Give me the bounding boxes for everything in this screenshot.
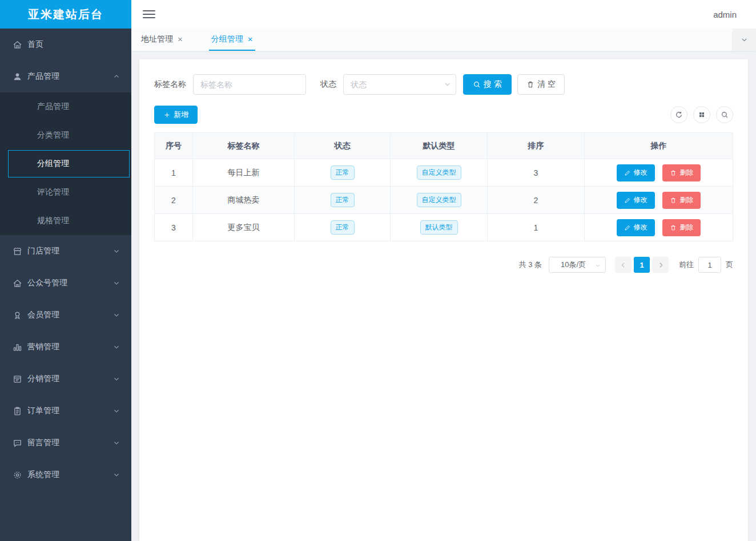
sidebar-item-label: 分销管理 <box>27 374 59 384</box>
pencil-icon <box>624 169 631 176</box>
tab-list-dropdown-button[interactable] <box>732 29 756 51</box>
sidebar-item-product-mgmt[interactable]: 产品管理 <box>0 60 131 92</box>
status-label: 状态 <box>320 79 336 90</box>
sidebar-subitem-group[interactable]: 分组管理 <box>8 150 130 177</box>
sidebar-item-label: 营销管理 <box>27 342 59 352</box>
search-button[interactable]: 搜索 <box>463 74 512 95</box>
trash-icon <box>670 224 677 231</box>
col-header-index: 序号 <box>155 133 193 159</box>
page-size-select[interactable]: 10条/页 <box>549 257 606 273</box>
cell-sort: 2 <box>488 187 585 214</box>
sidebar: 亚米建站后台 首页 产品管理 产品管理 分类管理 分组管理 <box>0 0 131 541</box>
tag-name-input[interactable] <box>193 74 306 95</box>
hamburger-menu-icon[interactable] <box>143 6 155 23</box>
refresh-icon <box>675 111 683 119</box>
sidebar-subitem-spec[interactable]: 规格管理 <box>0 207 131 235</box>
topbar: admin <box>131 0 756 29</box>
sidebar-item-marketing-mgmt[interactable]: 营销管理 <box>0 331 131 363</box>
plus-icon <box>163 111 171 119</box>
sidebar-menu: 首页 产品管理 产品管理 分类管理 分组管理 评论管理 <box>0 29 131 541</box>
sidebar-item-store-mgmt[interactable]: 门店管理 <box>0 235 131 267</box>
medal-icon <box>13 310 22 320</box>
status-select[interactable] <box>343 74 456 95</box>
cell-sort: 1 <box>488 214 585 241</box>
sidebar-subitem-comment[interactable]: 评论管理 <box>0 178 131 207</box>
close-icon[interactable]: × <box>178 35 183 43</box>
gear-icon <box>13 470 22 480</box>
pencil-icon <box>624 197 631 204</box>
delete-button[interactable]: 删除 <box>662 164 701 181</box>
chevron-down-icon <box>113 471 120 478</box>
sidebar-subitem-product[interactable]: 产品管理 <box>0 92 131 121</box>
tabs: 地址管理 × 分组管理 × <box>131 29 279 51</box>
next-page-button[interactable] <box>653 257 669 273</box>
search-toggle-button[interactable] <box>716 106 733 123</box>
chevron-down-icon <box>113 376 120 382</box>
cell-name: 商城热卖 <box>193 187 295 214</box>
chevron-down-icon <box>113 407 120 414</box>
status-select-input[interactable] <box>343 74 456 95</box>
chevron-right-icon <box>657 261 665 269</box>
cell-index: 2 <box>155 187 193 214</box>
user-menu[interactable]: admin <box>713 10 737 19</box>
search-icon <box>473 80 481 88</box>
sidebar-item-home[interactable]: 首页 <box>0 29 131 60</box>
edit-button[interactable]: 修改 <box>617 164 655 181</box>
edit-button-label: 修改 <box>634 168 648 177</box>
board-icon <box>13 374 22 384</box>
sidebar-item-order-mgmt[interactable]: 订单管理 <box>0 395 131 427</box>
sidebar-subitem-category[interactable]: 分类管理 <box>0 121 131 150</box>
trash-icon <box>670 197 677 204</box>
delete-button[interactable]: 删除 <box>662 192 701 209</box>
sidebar-item-system-mgmt[interactable]: 系统管理 <box>0 459 131 491</box>
page-number-button[interactable]: 1 <box>634 257 650 273</box>
cell-sort: 3 <box>488 159 585 187</box>
col-header-actions: 操作 <box>585 133 733 159</box>
refresh-button[interactable] <box>670 106 687 123</box>
prev-page-button[interactable] <box>615 257 631 273</box>
cell-name: 每日上新 <box>193 159 295 187</box>
home-icon <box>13 40 22 50</box>
add-button[interactable]: 新增 <box>154 106 198 124</box>
cell-status: 正常 <box>295 214 391 241</box>
sidebar-item-distribution-mgmt[interactable]: 分销管理 <box>0 363 131 395</box>
column-settings-button[interactable] <box>693 106 710 123</box>
cell-actions: 修改 删除 <box>585 159 733 187</box>
product-submenu: 产品管理 分类管理 分组管理 评论管理 规格管理 <box>0 92 131 235</box>
delete-button[interactable]: 删除 <box>662 219 701 236</box>
edit-button-label: 修改 <box>634 223 648 232</box>
table-row: 1 每日上新 正常 自定义类型 3 修改 删除 <box>155 159 733 187</box>
tab-address-mgmt[interactable]: 地址管理 × <box>139 29 185 51</box>
chat-icon <box>13 438 22 448</box>
user-icon <box>13 72 22 82</box>
close-icon[interactable]: × <box>248 35 253 43</box>
sidebar-item-official-account-mgmt[interactable]: 公众号管理 <box>0 267 131 299</box>
sidebar-item-label: 首页 <box>27 39 43 50</box>
add-button-label: 新增 <box>174 110 188 120</box>
sidebar-item-member-mgmt[interactable]: 会员管理 <box>0 299 131 331</box>
cell-index: 3 <box>155 214 193 241</box>
sidebar-item-label: 留言管理 <box>27 438 59 448</box>
chevron-down-icon <box>113 280 120 286</box>
main-area: admin 地址管理 × 分组管理 × 标签名称 状态 <box>131 0 756 541</box>
pencil-icon <box>624 224 631 231</box>
sidebar-item-message-mgmt[interactable]: 留言管理 <box>0 427 131 459</box>
cell-type: 默认类型 <box>391 214 488 241</box>
delete-button-label: 删除 <box>679 168 693 177</box>
col-header-type: 默认类型 <box>391 133 488 159</box>
type-badge: 自定义类型 <box>417 165 461 180</box>
edit-button[interactable]: 修改 <box>617 219 655 236</box>
trash-icon <box>670 169 677 176</box>
store-icon <box>13 247 22 256</box>
clear-button[interactable]: 清空 <box>517 74 565 95</box>
actions-row: 新增 <box>154 106 733 124</box>
total-count: 共 3 条 <box>519 260 542 270</box>
cell-name: 更多宝贝 <box>193 214 295 241</box>
goto-page-input[interactable] <box>698 257 721 273</box>
house-icon <box>13 278 22 288</box>
tab-label: 地址管理 <box>141 34 173 45</box>
chevron-down-icon <box>594 262 601 269</box>
tab-bar: 地址管理 × 分组管理 × <box>131 29 756 51</box>
tab-group-mgmt[interactable]: 分组管理 × <box>209 29 255 51</box>
edit-button[interactable]: 修改 <box>617 192 655 209</box>
